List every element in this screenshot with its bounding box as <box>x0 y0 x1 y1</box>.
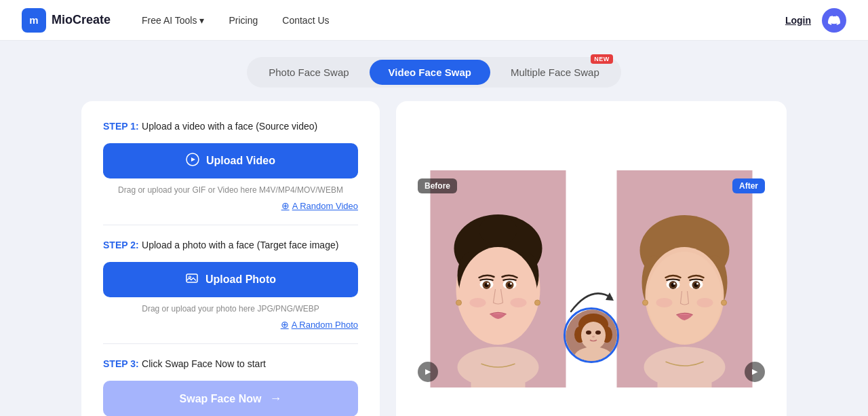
nav-links: Free AI Tools ▾ Pricing Contact Us <box>132 10 764 31</box>
step3-heading: STEP 3: Click Swap Face Now to start <box>103 358 358 370</box>
plus-circle-icon: ⊕ <box>281 200 290 211</box>
svg-point-21 <box>456 300 462 305</box>
step2-heading: STEP 2: Upload a photo with a face (Targ… <box>103 239 358 251</box>
svg-rect-2 <box>186 274 197 282</box>
tabs-container: Photo Face Swap Video Face Swap Multiple… <box>247 57 621 88</box>
login-button[interactable]: Login <box>785 15 811 26</box>
svg-point-11 <box>479 215 517 245</box>
svg-point-51 <box>696 282 698 284</box>
nav-pricing[interactable]: Pricing <box>219 10 267 31</box>
before-label: Before <box>418 178 457 193</box>
image-icon <box>185 271 199 288</box>
svg-point-12 <box>459 247 538 345</box>
step1-heading: STEP 1: Upload a video with a face (Sour… <box>103 120 358 132</box>
step2-section: STEP 2: Upload a photo with a face (Targ… <box>103 239 358 330</box>
svg-point-52 <box>643 300 648 305</box>
main-content: STEP 1: Upload a video with a face (Sour… <box>0 101 868 416</box>
svg-marker-1 <box>191 157 195 162</box>
plus-circle-icon-2: ⊕ <box>281 319 289 330</box>
nav-free-ai-tools[interactable]: Free AI Tools ▾ <box>132 10 214 31</box>
step1-text: Upload a video with a face (Source video… <box>142 121 317 132</box>
brand-name: MioCreate <box>52 13 111 27</box>
step1-section: STEP 1: Upload a video with a face (Sour… <box>103 120 358 211</box>
svg-point-55 <box>697 298 713 307</box>
step1-label: STEP 1: <box>103 121 139 132</box>
svg-point-24 <box>511 298 527 307</box>
swap-face-now-button[interactable]: Swap Face Now → <box>103 381 358 416</box>
play-circle-icon <box>186 153 199 169</box>
nav-right: Login <box>785 8 846 33</box>
tab-multiple-wrapper: Multiple Face Swap NEW <box>492 60 618 85</box>
step2-drag-hint: Drag or upload your photo here JPG/PNG/W… <box>103 304 358 314</box>
svg-point-43 <box>648 252 722 344</box>
svg-point-31 <box>581 322 606 349</box>
svg-point-34 <box>592 335 595 337</box>
divider-2 <box>103 343 358 344</box>
navbar: m MioCreate Free AI Tools ▾ Pricing Cont… <box>0 0 868 41</box>
svg-point-33 <box>595 330 601 335</box>
after-face-svg <box>596 170 773 387</box>
before-play-button[interactable]: ▶ <box>418 362 438 382</box>
svg-point-32 <box>586 330 591 335</box>
logo[interactable]: m MioCreate <box>22 8 111 33</box>
new-badge: NEW <box>591 54 613 64</box>
svg-point-23 <box>470 298 486 307</box>
step2-random-link[interactable]: ⊕ A Random Photo <box>103 319 358 330</box>
after-play-button[interactable]: ▶ <box>745 362 765 382</box>
step2-text: Upload a photo with a face (Target face … <box>142 240 338 250</box>
step2-label: STEP 2: <box>103 240 139 250</box>
after-image-wrapper: After ▶ <box>596 170 773 390</box>
chevron-down-icon: ▾ <box>199 15 204 26</box>
swap-arrow-svg <box>561 278 622 318</box>
before-face-svg <box>410 170 587 387</box>
svg-point-20 <box>510 282 512 284</box>
arrow-right-icon: → <box>269 392 281 406</box>
svg-point-54 <box>656 298 673 307</box>
after-label: After <box>732 178 765 193</box>
step3-section: STEP 3: Click Swap Face Now to start Swa… <box>103 358 358 416</box>
step3-text: Click Swap Face Now to start <box>142 358 266 369</box>
svg-point-50 <box>673 282 675 284</box>
nav-contact-us[interactable]: Contact Us <box>273 10 338 31</box>
tab-video-face-swap[interactable]: Video Face Swap <box>370 60 490 85</box>
svg-point-53 <box>722 300 727 305</box>
step1-random-link[interactable]: ⊕ A Random Video <box>103 200 358 211</box>
left-panel: STEP 1: Upload a video with a face (Sour… <box>81 101 380 416</box>
tab-photo-face-swap[interactable]: Photo Face Swap <box>250 60 368 85</box>
upload-video-button[interactable]: Upload Video <box>103 143 358 178</box>
tabs-section: Photo Face Swap Video Face Swap Multiple… <box>0 41 868 101</box>
svg-rect-38 <box>658 357 712 387</box>
before-image-wrapper: Before ▶ <box>410 170 587 390</box>
svg-rect-6 <box>471 360 526 387</box>
divider-1 <box>103 225 358 225</box>
discord-icon[interactable] <box>822 8 846 33</box>
svg-marker-25 <box>606 292 614 301</box>
svg-point-19 <box>487 282 489 284</box>
svg-point-22 <box>535 300 540 305</box>
step1-drag-hint: Drag or upload your GIF or Video here M4… <box>103 185 358 195</box>
logo-icon: m <box>22 8 46 33</box>
right-panel: Before ▶ <box>396 101 787 416</box>
upload-photo-button[interactable]: Upload Photo <box>103 262 358 297</box>
step3-label: STEP 3: <box>103 358 139 369</box>
